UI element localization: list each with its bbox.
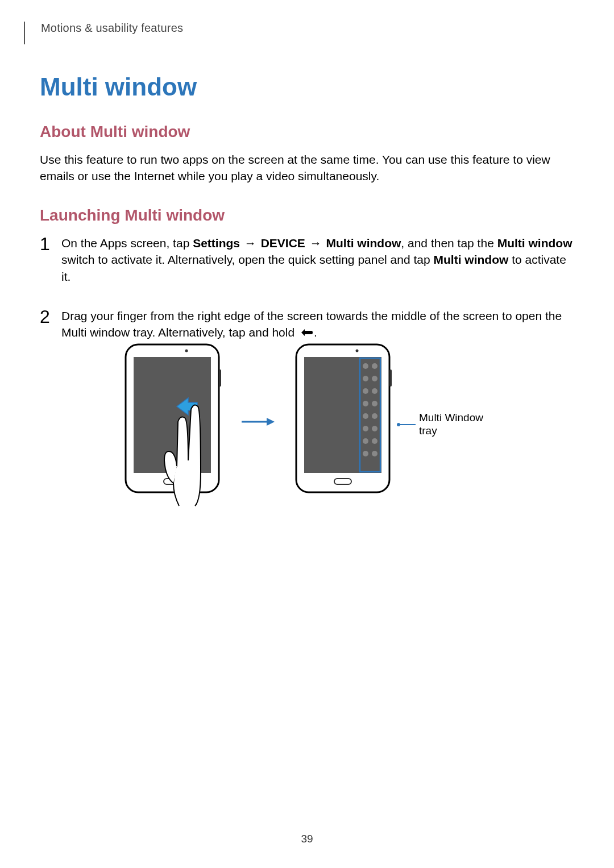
step-2: Drag your finger from the right edge of …	[40, 308, 574, 503]
svg-point-22	[363, 413, 368, 419]
svg-point-28	[363, 451, 368, 456]
page-number: 39	[0, 833, 614, 845]
svg-point-15	[372, 363, 377, 369]
svg-point-19	[372, 388, 377, 394]
callout-label: Multi Window tray	[419, 412, 493, 438]
arrow-right-icon	[240, 416, 275, 427]
page: Motions & usability features Multi windo…	[0, 0, 614, 868]
svg-marker-7	[267, 418, 275, 426]
phone-left	[121, 341, 223, 503]
svg-point-25	[372, 426, 377, 431]
back-icon	[298, 327, 314, 338]
svg-point-26	[363, 438, 368, 444]
svg-point-14	[363, 363, 368, 369]
header-bar: Motions & usability features	[24, 22, 574, 44]
illustration: Multi Window tray	[40, 341, 574, 503]
svg-point-23	[372, 413, 377, 419]
svg-point-29	[372, 451, 377, 456]
svg-rect-9	[389, 369, 392, 387]
page-title: Multi window	[40, 73, 574, 101]
about-body: Use this feature to run two apps on the …	[40, 151, 574, 185]
svg-point-17	[372, 376, 377, 381]
callout-line	[400, 424, 416, 425]
callout: Multi Window tray	[400, 412, 493, 438]
svg-rect-10	[304, 357, 381, 473]
svg-point-21	[372, 401, 377, 406]
section-heading-launching: Launching Multi window	[40, 206, 574, 225]
section-heading-about: About Multi window	[40, 123, 574, 141]
step-1: On the Apps screen, tap Settings → DEVIC…	[40, 235, 574, 285]
svg-point-16	[363, 376, 368, 381]
svg-point-24	[363, 426, 368, 431]
svg-point-11	[356, 349, 359, 352]
phone-right	[292, 341, 394, 503]
svg-rect-1	[219, 369, 221, 387]
breadcrumb: Motions & usability features	[41, 22, 183, 35]
svg-point-3	[185, 349, 188, 352]
svg-point-18	[363, 388, 368, 394]
step-list: On the Apps screen, tap Settings → DEVIC…	[40, 235, 574, 503]
svg-point-27	[372, 438, 377, 444]
svg-point-20	[363, 401, 368, 406]
